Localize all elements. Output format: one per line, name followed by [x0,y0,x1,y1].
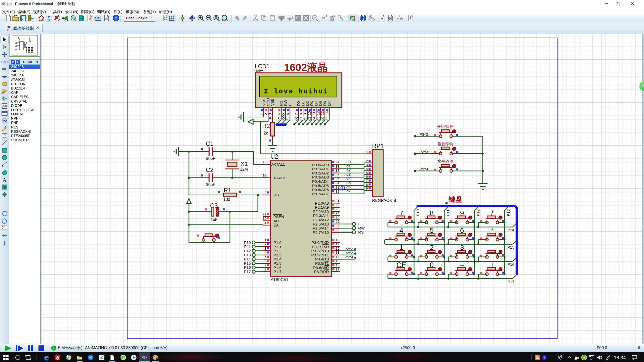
svg-text:P16: P16 [244,265,251,269]
svg-text:12: 12 [336,247,339,250]
svg-text:100: 100 [223,197,230,202]
svg-text:P10: P10 [244,240,251,245]
svg-text:d4: d4 [312,117,316,121]
svg-text:34: 34 [336,181,340,185]
svg-text:I love huihui: I love huihui [264,88,328,95]
svg-text:26: 26 [336,220,339,223]
svg-text:1: 1 [399,244,404,251]
svg-text:7: 7 [366,179,368,183]
svg-text:4: 4 [399,227,404,234]
svg-text:d1: d1 [299,117,303,121]
svg-text:P17: P17 [507,280,514,284]
svg-text:32: 32 [336,190,339,193]
svg-text:3: 3 [366,163,368,167]
svg-text:30pF: 30pF [206,156,215,161]
svg-text:VEE: VEE [270,99,274,106]
svg-text:d6: d6 [346,185,351,189]
svg-text:6: 6 [264,259,266,263]
svg-text:P12: P12 [244,249,251,253]
svg-text:P3^3: P3^3 [344,251,353,255]
svg-text:2: 2 [430,244,434,251]
svg-text:P3^3: P3^3 [419,150,428,154]
svg-text:15: 15 [336,259,339,263]
svg-text:P2.4/A12: P2.4/A12 [313,218,329,222]
svg-text:C1: C1 [206,140,214,147]
svg-text:5: 5 [264,255,266,259]
svg-text:P1.5: P1.5 [273,261,281,265]
svg-text:d3: d3 [346,172,351,176]
svg-text:4: 4 [277,113,281,115]
svg-text:11: 11 [336,242,339,246]
svg-text:d0: d0 [294,117,298,121]
svg-text:11: 11 [312,111,316,115]
svg-text:P0.3/AD3: P0.3/AD3 [312,175,329,179]
svg-text:P0.0/AD0: P0.0/AD0 [312,163,329,167]
svg-text:R1: R1 [224,187,231,194]
svg-text:6: 6 [366,175,368,178]
svg-text:AT89C51: AT89C51 [271,277,289,282]
svg-text:P1.3: P1.3 [273,253,281,257]
svg-text:25: 25 [336,215,339,219]
svg-text:P3.6/WR: P3.6/WR [313,265,329,270]
svg-text:39: 39 [336,160,339,164]
svg-text:E: E [358,222,361,226]
svg-text:d7: d7 [325,117,329,121]
svg-text:2: 2 [366,159,368,163]
svg-text:ALE: ALE [273,219,281,223]
svg-text:30pF: 30pF [206,183,215,187]
svg-text:P11: P11 [244,244,251,249]
svg-text:XTAL1: XTAL1 [273,162,285,166]
svg-text:2: 2 [264,242,266,246]
svg-text:13: 13 [320,111,325,115]
svg-text:P12: P12 [476,209,480,216]
svg-text:P15: P15 [507,245,514,249]
svg-text:2: 2 [264,113,268,115]
svg-text:6: 6 [460,227,464,234]
svg-text:P2.5/A13: P2.5/A13 [313,222,329,226]
svg-text:18: 18 [263,173,266,177]
svg-text:P0.2/AD2: P0.2/AD2 [312,171,329,175]
svg-text:5: 5 [366,171,368,175]
svg-text:P3.5/T1: P3.5/T1 [315,261,329,265]
svg-text:R2: R2 [262,122,270,129]
svg-text:P14: P14 [507,228,514,232]
svg-text:RS: RS [358,230,364,234]
svg-text:1: 1 [264,238,266,242]
svg-text:P0.1/AD1: P0.1/AD1 [312,167,329,171]
svg-text:1602液晶: 1602液晶 [284,62,328,73]
svg-text:RW: RW [358,226,365,230]
svg-text:31: 31 [263,221,266,225]
svg-text:d2: d2 [346,168,351,172]
svg-text:EA: EA [273,223,279,227]
svg-text:C2: C2 [206,166,214,173]
svg-text:9: 9 [460,209,464,217]
svg-text:P2.3/A11: P2.3/A11 [313,213,329,218]
svg-text:水平移动: 水平移动 [437,159,453,163]
svg-text:7: 7 [264,263,266,267]
svg-text:RP1: RP1 [372,143,384,149]
svg-text:P13: P13 [244,253,251,257]
svg-text:17: 17 [336,267,339,271]
svg-text:LCD1: LCD1 [255,63,270,70]
svg-text:P3.4/T0: P3.4/T0 [315,257,329,261]
svg-text:38: 38 [336,165,339,168]
svg-text:P1.0: P1.0 [273,240,281,245]
svg-text:K: K [89,356,92,359]
svg-text:19: 19 [263,160,266,164]
svg-text:13: 13 [336,251,339,254]
svg-text:12: 12 [316,111,320,115]
svg-text:P3^2: P3^2 [419,132,428,137]
svg-text:16: 16 [336,263,339,267]
svg-text:9: 9 [366,187,368,190]
svg-text:0101: 0101 [95,17,101,20]
svg-text:PSEN: PSEN [273,214,284,219]
svg-text:A: A [3,177,7,183]
svg-text:P13: P13 [506,209,510,216]
svg-text:1: 1 [260,113,264,115]
svg-text:VDD: VDD [266,98,270,106]
svg-text:垂直移动: 垂直移动 [437,142,453,146]
svg-text:P1.1: P1.1 [273,245,281,249]
svg-text:P1.6: P1.6 [273,265,281,270]
svg-text:d2: d2 [303,117,307,121]
svg-text:P2.6/A14: P2.6/A14 [313,226,329,230]
